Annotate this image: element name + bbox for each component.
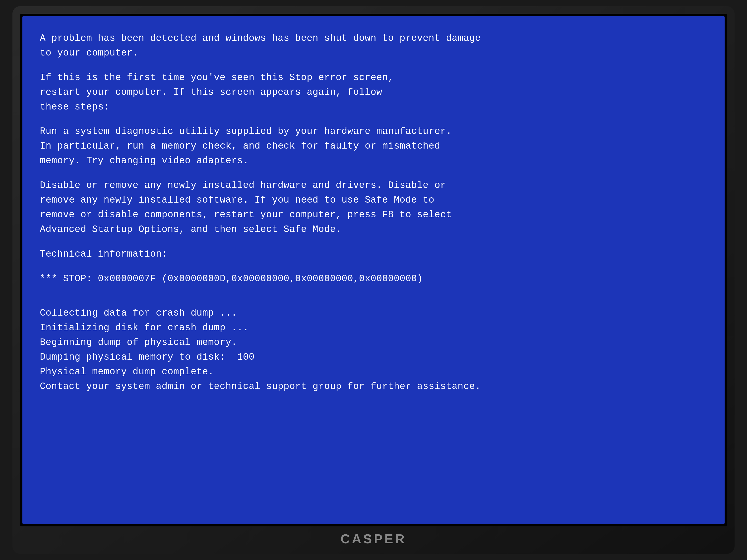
bsod-line-9: Disable or remove any newly installed ha… <box>40 178 707 193</box>
crash-dump-dumping: Dumping physical memory to disk: 100 <box>40 350 707 365</box>
monitor-bottom: CASPER <box>20 526 727 551</box>
technical-information-label: Technical information: <box>40 247 707 262</box>
monitor-brand: CASPER <box>341 531 407 546</box>
bsod-line-11: remove or disable components, restart yo… <box>40 208 707 222</box>
spacer-1 <box>40 60 707 71</box>
spacer-2 <box>40 114 707 124</box>
crash-dump-initializing: Initializing disk for crash dump ... <box>40 321 707 335</box>
bsod-line-7: In particular, run a memory check, and c… <box>40 139 707 154</box>
spacer-6 <box>40 286 707 296</box>
bsod-line-3: If this is the first time you've seen th… <box>40 71 707 85</box>
crash-dump-beginning: Beginning dump of physical memory. <box>40 335 707 350</box>
stop-code: *** STOP: 0x0000007F (0x0000000D,0x00000… <box>40 271 707 286</box>
crash-dump-collecting: Collecting data for crash dump ... <box>40 306 707 321</box>
spacer-3 <box>40 168 707 178</box>
bsod-line-2: to your computer. <box>40 46 707 60</box>
spacer-4 <box>40 237 707 247</box>
screen-bezel: A problem has been detected and windows … <box>20 14 727 526</box>
monitor: A problem has been detected and windows … <box>12 6 735 554</box>
bsod-line-10: remove any newly installed software. If … <box>40 193 707 208</box>
bsod-screen: A problem has been detected and windows … <box>22 16 725 524</box>
spacer-5 <box>40 262 707 271</box>
bsod-line-6: Run a system diagnostic utility supplied… <box>40 124 707 139</box>
bsod-line-12: Advanced Startup Options, and then selec… <box>40 222 707 237</box>
bsod-line-8: memory. Try changing video adapters. <box>40 154 707 168</box>
bsod-line-5: these steps: <box>40 100 707 114</box>
contact-support: Contact your system admin or technical s… <box>40 379 707 394</box>
spacer-7 <box>40 296 707 306</box>
bsod-line-1: A problem has been detected and windows … <box>40 31 707 46</box>
bsod-line-4: restart your computer. If this screen ap… <box>40 85 707 100</box>
crash-dump-complete: Physical memory dump complete. <box>40 365 707 379</box>
